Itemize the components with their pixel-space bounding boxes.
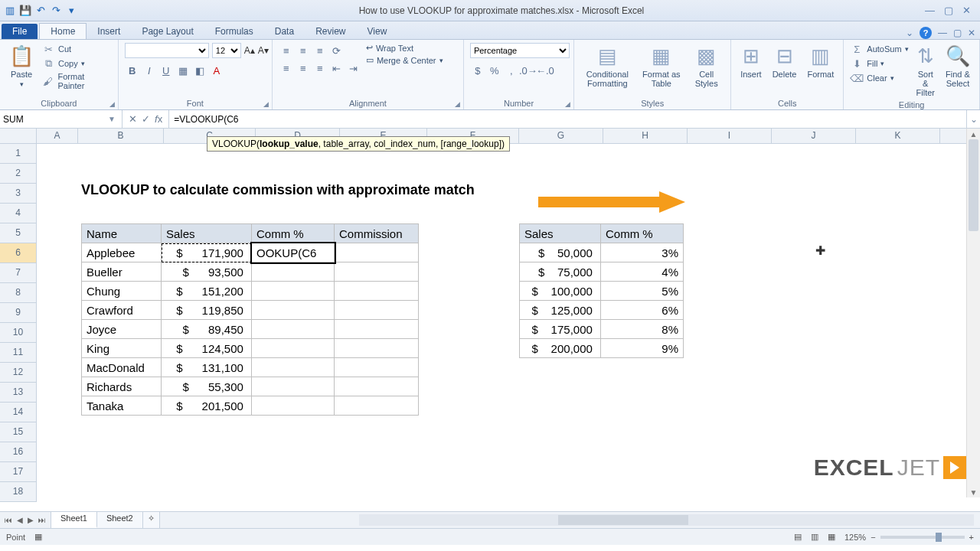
- cell-pct[interactable]: 4%: [601, 262, 684, 282]
- table-row[interactable]: Crawford $ 119,850: [82, 301, 419, 320]
- align-left-icon[interactable]: ≡: [279, 60, 294, 76]
- row-header-10[interactable]: 10: [0, 323, 36, 343]
- cut-button[interactable]: ✂Cut: [41, 43, 112, 55]
- cell-sales[interactable]: $ 200,000: [520, 339, 601, 358]
- row-header-16[interactable]: 16: [0, 442, 36, 462]
- window-restore-icon[interactable]: ▢: [953, 28, 962, 38]
- cell-commission[interactable]: [335, 243, 419, 262]
- scroll-up-icon[interactable]: ▲: [967, 129, 980, 139]
- align-bottom-icon[interactable]: ≡: [312, 43, 328, 58]
- fill-button[interactable]: ⬇Fill▾: [850, 57, 908, 70]
- increase-decimal-icon[interactable]: .0→: [521, 63, 536, 78]
- table-header[interactable]: Sales: [520, 224, 601, 243]
- cell-commission[interactable]: [335, 320, 419, 339]
- view-pagebreak-icon[interactable]: ▦: [828, 532, 835, 542]
- file-tab[interactable]: File: [2, 24, 38, 39]
- col-header-J[interactable]: J: [772, 129, 856, 143]
- sheet-tab-2[interactable]: Sheet2: [97, 512, 143, 528]
- cell-comm[interactable]: [252, 301, 335, 320]
- align-center-icon[interactable]: ≡: [296, 60, 311, 76]
- formula-input[interactable]: [174, 114, 962, 125]
- font-color-button[interactable]: A: [209, 63, 224, 78]
- view-normal-icon[interactable]: ▤: [794, 532, 802, 542]
- clear-button[interactable]: ⌫Clear▾: [850, 72, 908, 84]
- table-header[interactable]: Name: [82, 224, 162, 243]
- table-header[interactable]: Sales: [162, 224, 252, 243]
- zoom-level[interactable]: 125%: [844, 533, 866, 542]
- cell-sales[interactable]: $ 125,000: [520, 301, 601, 320]
- name-box-dropdown-icon[interactable]: ▼: [105, 115, 119, 123]
- cell-sales[interactable]: $ 55,300: [162, 377, 252, 396]
- sort-filter-button[interactable]: ⇅Sort & Filter: [913, 43, 938, 99]
- expand-formula-bar-icon[interactable]: ⌄: [966, 110, 980, 128]
- table-row[interactable]: Chung $ 151,200: [82, 282, 419, 301]
- table-header[interactable]: Comm %: [601, 224, 684, 243]
- view-layout-icon[interactable]: ▥: [811, 532, 818, 542]
- cell-sales[interactable]: $ 171,900: [162, 243, 252, 262]
- row-header-9[interactable]: 9: [0, 303, 36, 323]
- cell-commission[interactable]: [335, 396, 419, 416]
- cell-name[interactable]: Tanaka: [82, 396, 162, 416]
- cell-name[interactable]: Applebee: [82, 243, 162, 262]
- col-header-A[interactable]: A: [37, 129, 78, 143]
- cell-commission[interactable]: [335, 358, 419, 377]
- decrease-decimal-icon[interactable]: ←.0: [537, 63, 553, 78]
- enter-formula-icon[interactable]: ✓: [142, 113, 150, 125]
- tab-view[interactable]: View: [357, 24, 398, 39]
- minimize-ribbon-icon[interactable]: ⌄: [906, 28, 913, 38]
- cell-sales[interactable]: $ 201,500: [162, 396, 252, 416]
- maximize-button[interactable]: ▢: [944, 5, 953, 16]
- wrap-text-button[interactable]: ↩Wrap Text: [366, 43, 443, 53]
- col-header-G[interactable]: G: [519, 129, 603, 143]
- row-header-1[interactable]: 1: [0, 144, 36, 164]
- close-button[interactable]: ✕: [962, 5, 971, 16]
- cell-sales[interactable]: $ 89,450: [162, 320, 252, 339]
- cell-pct[interactable]: 6%: [601, 301, 684, 320]
- cell-name[interactable]: MacDonald: [82, 358, 162, 377]
- format-painter-button[interactable]: 🖌Format Painter: [41, 72, 112, 90]
- row-header-14[interactable]: 14: [0, 403, 36, 422]
- cell-sales[interactable]: $ 75,000: [520, 262, 601, 282]
- table-row[interactable]: $ 100,000 5%: [520, 282, 684, 301]
- cell-pct[interactable]: 3%: [601, 243, 684, 262]
- row-header-6[interactable]: 6: [0, 243, 36, 263]
- cell-name[interactable]: King: [82, 339, 162, 358]
- qat-dropdown-icon[interactable]: ▾: [64, 4, 78, 18]
- cell-name[interactable]: Joyce: [82, 320, 162, 339]
- italic-button[interactable]: I: [142, 63, 157, 78]
- alignment-dialog-icon[interactable]: ◢: [455, 100, 460, 108]
- increase-font-icon[interactable]: A▴: [244, 45, 255, 56]
- row-header-4[interactable]: 4: [0, 204, 36, 223]
- cell-pct[interactable]: 9%: [601, 339, 684, 358]
- comma-icon[interactable]: ,: [504, 63, 519, 78]
- tab-data[interactable]: Data: [264, 24, 305, 39]
- cell-sales[interactable]: $ 93,500: [162, 262, 252, 282]
- cell-comm[interactable]: [252, 358, 335, 377]
- table-row[interactable]: $ 200,000 9%: [520, 339, 684, 358]
- cell-comm[interactable]: [252, 320, 335, 339]
- cell-comm[interactable]: [252, 377, 335, 396]
- vscroll-thumb[interactable]: [969, 139, 978, 231]
- bold-button[interactable]: B: [125, 63, 140, 78]
- zoom-in-icon[interactable]: +: [969, 533, 974, 542]
- window-minimize-icon[interactable]: —: [938, 28, 947, 38]
- tab-formulas[interactable]: Formulas: [204, 24, 264, 39]
- col-header-I[interactable]: I: [688, 129, 772, 143]
- save-icon[interactable]: 💾: [18, 4, 32, 18]
- insert-cells-button[interactable]: ⊞Insert: [737, 43, 765, 80]
- cell-name[interactable]: Chung: [82, 282, 162, 301]
- increase-indent-icon[interactable]: ⇥: [346, 60, 361, 76]
- percent-icon[interactable]: %: [487, 63, 502, 78]
- conditional-formatting-button[interactable]: ▤Conditional Formatting: [580, 43, 634, 90]
- name-box[interactable]: ▼: [0, 110, 122, 128]
- cell-commission[interactable]: [335, 339, 419, 358]
- macro-record-icon[interactable]: ▦: [34, 532, 42, 542]
- row-header-17[interactable]: 17: [0, 462, 36, 482]
- cell-sales[interactable]: $ 131,100: [162, 358, 252, 377]
- name-box-input[interactable]: [3, 114, 105, 125]
- undo-icon[interactable]: ↶: [34, 4, 47, 18]
- cell-comm[interactable]: [252, 282, 335, 301]
- tab-page-layout[interactable]: Page Layout: [131, 24, 204, 39]
- table-row[interactable]: $ 125,000 6%: [520, 301, 684, 320]
- cell-pct[interactable]: 5%: [601, 282, 684, 301]
